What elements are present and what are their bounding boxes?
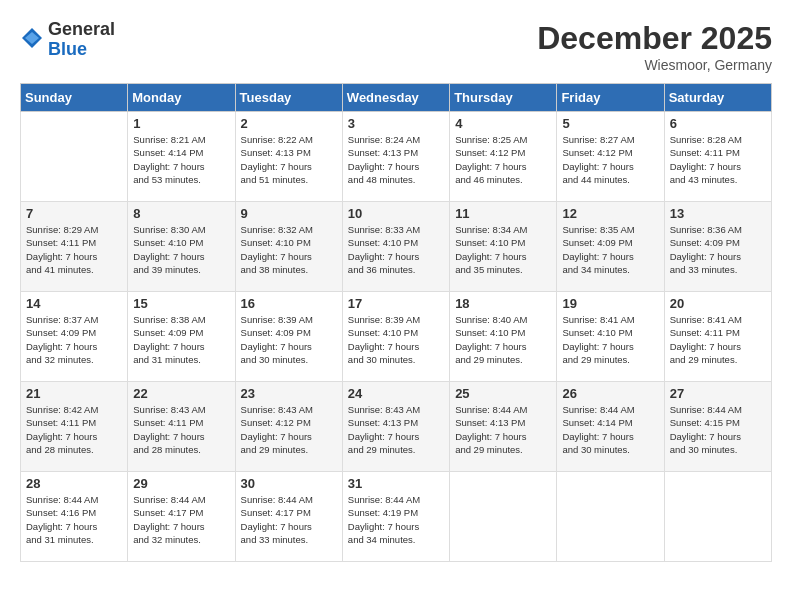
- table-row: 4Sunrise: 8:25 AM Sunset: 4:12 PM Daylig…: [450, 112, 557, 202]
- day-number: 19: [562, 296, 658, 311]
- day-number: 31: [348, 476, 444, 491]
- day-info: Sunrise: 8:36 AM Sunset: 4:09 PM Dayligh…: [670, 223, 766, 276]
- calendar-week-row: 14Sunrise: 8:37 AM Sunset: 4:09 PM Dayli…: [21, 292, 772, 382]
- table-row: 31Sunrise: 8:44 AM Sunset: 4:19 PM Dayli…: [342, 472, 449, 562]
- table-row: 18Sunrise: 8:40 AM Sunset: 4:10 PM Dayli…: [450, 292, 557, 382]
- table-row: 19Sunrise: 8:41 AM Sunset: 4:10 PM Dayli…: [557, 292, 664, 382]
- logo-icon: [20, 26, 44, 50]
- day-number: 5: [562, 116, 658, 131]
- day-info: Sunrise: 8:34 AM Sunset: 4:10 PM Dayligh…: [455, 223, 551, 276]
- day-number: 15: [133, 296, 229, 311]
- table-row: 5Sunrise: 8:27 AM Sunset: 4:12 PM Daylig…: [557, 112, 664, 202]
- day-info: Sunrise: 8:40 AM Sunset: 4:10 PM Dayligh…: [455, 313, 551, 366]
- day-info: Sunrise: 8:33 AM Sunset: 4:10 PM Dayligh…: [348, 223, 444, 276]
- day-info: Sunrise: 8:39 AM Sunset: 4:10 PM Dayligh…: [348, 313, 444, 366]
- table-row: 9Sunrise: 8:32 AM Sunset: 4:10 PM Daylig…: [235, 202, 342, 292]
- table-row: 20Sunrise: 8:41 AM Sunset: 4:11 PM Dayli…: [664, 292, 771, 382]
- day-info: Sunrise: 8:25 AM Sunset: 4:12 PM Dayligh…: [455, 133, 551, 186]
- day-number: 22: [133, 386, 229, 401]
- day-info: Sunrise: 8:44 AM Sunset: 4:15 PM Dayligh…: [670, 403, 766, 456]
- calendar-week-row: 21Sunrise: 8:42 AM Sunset: 4:11 PM Dayli…: [21, 382, 772, 472]
- day-number: 24: [348, 386, 444, 401]
- day-info: Sunrise: 8:43 AM Sunset: 4:13 PM Dayligh…: [348, 403, 444, 456]
- table-row: 13Sunrise: 8:36 AM Sunset: 4:09 PM Dayli…: [664, 202, 771, 292]
- day-number: 13: [670, 206, 766, 221]
- table-row: [664, 472, 771, 562]
- day-info: Sunrise: 8:24 AM Sunset: 4:13 PM Dayligh…: [348, 133, 444, 186]
- day-number: 6: [670, 116, 766, 131]
- table-row: 1Sunrise: 8:21 AM Sunset: 4:14 PM Daylig…: [128, 112, 235, 202]
- day-info: Sunrise: 8:35 AM Sunset: 4:09 PM Dayligh…: [562, 223, 658, 276]
- col-tuesday: Tuesday: [235, 84, 342, 112]
- table-row: 22Sunrise: 8:43 AM Sunset: 4:11 PM Dayli…: [128, 382, 235, 472]
- logo-blue-text: Blue: [48, 40, 115, 60]
- table-row: [450, 472, 557, 562]
- col-sunday: Sunday: [21, 84, 128, 112]
- table-row: 14Sunrise: 8:37 AM Sunset: 4:09 PM Dayli…: [21, 292, 128, 382]
- day-info: Sunrise: 8:30 AM Sunset: 4:10 PM Dayligh…: [133, 223, 229, 276]
- table-row: 7Sunrise: 8:29 AM Sunset: 4:11 PM Daylig…: [21, 202, 128, 292]
- col-monday: Monday: [128, 84, 235, 112]
- day-number: 29: [133, 476, 229, 491]
- day-info: Sunrise: 8:38 AM Sunset: 4:09 PM Dayligh…: [133, 313, 229, 366]
- table-row: 8Sunrise: 8:30 AM Sunset: 4:10 PM Daylig…: [128, 202, 235, 292]
- page: General Blue December 2025 Wiesmoor, Ger…: [0, 0, 792, 612]
- table-row: 28Sunrise: 8:44 AM Sunset: 4:16 PM Dayli…: [21, 472, 128, 562]
- day-info: Sunrise: 8:43 AM Sunset: 4:11 PM Dayligh…: [133, 403, 229, 456]
- day-info: Sunrise: 8:41 AM Sunset: 4:11 PM Dayligh…: [670, 313, 766, 366]
- table-row: 21Sunrise: 8:42 AM Sunset: 4:11 PM Dayli…: [21, 382, 128, 472]
- day-number: 17: [348, 296, 444, 311]
- table-row: 10Sunrise: 8:33 AM Sunset: 4:10 PM Dayli…: [342, 202, 449, 292]
- day-number: 9: [241, 206, 337, 221]
- day-info: Sunrise: 8:44 AM Sunset: 4:13 PM Dayligh…: [455, 403, 551, 456]
- day-info: Sunrise: 8:44 AM Sunset: 4:19 PM Dayligh…: [348, 493, 444, 546]
- calendar-table: Sunday Monday Tuesday Wednesday Thursday…: [20, 83, 772, 562]
- col-thursday: Thursday: [450, 84, 557, 112]
- calendar-week-row: 1Sunrise: 8:21 AM Sunset: 4:14 PM Daylig…: [21, 112, 772, 202]
- day-number: 14: [26, 296, 122, 311]
- day-number: 4: [455, 116, 551, 131]
- day-info: Sunrise: 8:22 AM Sunset: 4:13 PM Dayligh…: [241, 133, 337, 186]
- day-info: Sunrise: 8:43 AM Sunset: 4:12 PM Dayligh…: [241, 403, 337, 456]
- calendar-week-row: 28Sunrise: 8:44 AM Sunset: 4:16 PM Dayli…: [21, 472, 772, 562]
- table-row: 11Sunrise: 8:34 AM Sunset: 4:10 PM Dayli…: [450, 202, 557, 292]
- table-row: 17Sunrise: 8:39 AM Sunset: 4:10 PM Dayli…: [342, 292, 449, 382]
- day-info: Sunrise: 8:41 AM Sunset: 4:10 PM Dayligh…: [562, 313, 658, 366]
- location: Wiesmoor, Germany: [537, 57, 772, 73]
- table-row: [21, 112, 128, 202]
- day-info: Sunrise: 8:44 AM Sunset: 4:16 PM Dayligh…: [26, 493, 122, 546]
- day-number: 3: [348, 116, 444, 131]
- day-info: Sunrise: 8:39 AM Sunset: 4:09 PM Dayligh…: [241, 313, 337, 366]
- month-title: December 2025: [537, 20, 772, 57]
- day-info: Sunrise: 8:37 AM Sunset: 4:09 PM Dayligh…: [26, 313, 122, 366]
- table-row: 29Sunrise: 8:44 AM Sunset: 4:17 PM Dayli…: [128, 472, 235, 562]
- day-number: 12: [562, 206, 658, 221]
- title-area: December 2025 Wiesmoor, Germany: [537, 20, 772, 73]
- logo: General Blue: [20, 20, 115, 60]
- table-row: 30Sunrise: 8:44 AM Sunset: 4:17 PM Dayli…: [235, 472, 342, 562]
- col-friday: Friday: [557, 84, 664, 112]
- day-info: Sunrise: 8:21 AM Sunset: 4:14 PM Dayligh…: [133, 133, 229, 186]
- day-info: Sunrise: 8:44 AM Sunset: 4:17 PM Dayligh…: [241, 493, 337, 546]
- col-wednesday: Wednesday: [342, 84, 449, 112]
- calendar-header-row: Sunday Monday Tuesday Wednesday Thursday…: [21, 84, 772, 112]
- table-row: 3Sunrise: 8:24 AM Sunset: 4:13 PM Daylig…: [342, 112, 449, 202]
- day-number: 28: [26, 476, 122, 491]
- day-number: 25: [455, 386, 551, 401]
- day-number: 10: [348, 206, 444, 221]
- table-row: 2Sunrise: 8:22 AM Sunset: 4:13 PM Daylig…: [235, 112, 342, 202]
- table-row: 16Sunrise: 8:39 AM Sunset: 4:09 PM Dayli…: [235, 292, 342, 382]
- day-number: 23: [241, 386, 337, 401]
- day-info: Sunrise: 8:29 AM Sunset: 4:11 PM Dayligh…: [26, 223, 122, 276]
- day-number: 27: [670, 386, 766, 401]
- day-info: Sunrise: 8:44 AM Sunset: 4:14 PM Dayligh…: [562, 403, 658, 456]
- day-number: 16: [241, 296, 337, 311]
- day-number: 20: [670, 296, 766, 311]
- table-row: 27Sunrise: 8:44 AM Sunset: 4:15 PM Dayli…: [664, 382, 771, 472]
- table-row: 12Sunrise: 8:35 AM Sunset: 4:09 PM Dayli…: [557, 202, 664, 292]
- day-number: 18: [455, 296, 551, 311]
- logo-text: General Blue: [48, 20, 115, 60]
- day-number: 26: [562, 386, 658, 401]
- day-number: 30: [241, 476, 337, 491]
- table-row: 25Sunrise: 8:44 AM Sunset: 4:13 PM Dayli…: [450, 382, 557, 472]
